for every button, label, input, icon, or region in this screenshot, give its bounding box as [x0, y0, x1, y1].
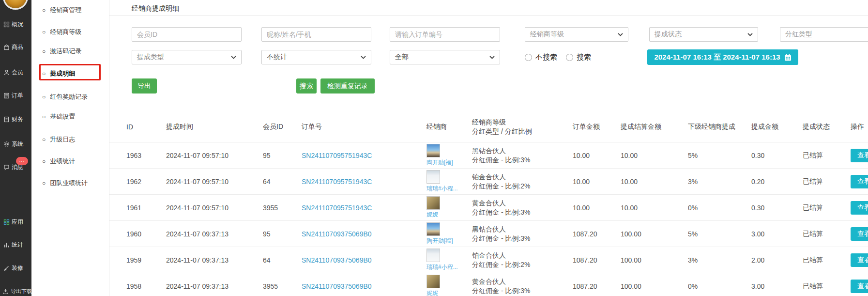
- statistic-select[interactable]: 不统计: [261, 50, 371, 64]
- order-no-link[interactable]: SN24110709375069B0: [302, 256, 372, 264]
- dealer-name-link[interactable]: 妮妮: [426, 211, 438, 219]
- header-id: ID: [126, 123, 166, 131]
- submenu-item-activation-code-records[interactable]: ○ 激活码记录: [42, 47, 81, 56]
- rail-item-members[interactable]: 会员: [3, 68, 23, 76]
- header-sub-commission: 下级经销商提成: [688, 123, 751, 131]
- submenu-item-team-performance-statistics[interactable]: ○ 团队业绩统计: [42, 179, 88, 187]
- view-button[interactable]: 查看: [851, 227, 868, 241]
- row-time: 2024-11-07 09:57:10: [166, 178, 263, 186]
- dealer-avatar[interactable]: [426, 249, 440, 262]
- dealer-name-link[interactable]: 陶开勋[福]: [426, 158, 453, 167]
- row-commission: 0.30: [751, 152, 803, 159]
- chevron-down-icon: [231, 56, 236, 59]
- rail-item-decoration[interactable]: 装修: [3, 264, 23, 272]
- order-no-link[interactable]: SN24110709375069B0: [302, 230, 372, 238]
- rail-item-finance[interactable]: 财务: [3, 115, 23, 123]
- dealer-avatar[interactable]: [426, 144, 440, 157]
- submenu-item-red-packet-reward-records[interactable]: ○ 红包奖励记录: [42, 93, 88, 101]
- rail-item-system[interactable]: 系统: [3, 140, 23, 148]
- row-member-id: 95: [263, 230, 302, 238]
- rail-item-overview[interactable]: 概况: [3, 20, 23, 28]
- dealer-level-select[interactable]: 经销商等级: [525, 27, 628, 42]
- circle-icon: ○: [42, 113, 46, 120]
- dividend-type-select[interactable]: 分红类型: [780, 27, 868, 42]
- row-id: 1961: [126, 204, 166, 212]
- commission-type-select[interactable]: 提成类型: [132, 50, 242, 64]
- view-button[interactable]: 查看: [851, 253, 868, 267]
- rail-item-statistics[interactable]: 统计: [3, 241, 23, 249]
- order-no-link[interactable]: SN241107095751943C: [302, 152, 372, 159]
- rail-item-goods[interactable]: 商品: [3, 43, 23, 51]
- nickname-input[interactable]: [267, 31, 366, 38]
- row-sub-rate: 3%: [688, 256, 751, 264]
- finance-icon: [3, 116, 10, 123]
- dealer-name-link[interactable]: 陶开勋[福]: [426, 237, 453, 245]
- dealer-cell: 妮妮: [426, 195, 472, 220]
- row-commission: 3.00: [751, 230, 803, 238]
- commission-status-select[interactable]: 提成状态: [649, 27, 758, 42]
- row-member-id: 64: [263, 178, 302, 186]
- submenu: ○ 经销商管理 ○ 经销商等级 ○ 激活码记录 ○ 提成明细 ○ 红包奖励记录 …: [31, 0, 109, 296]
- check-duplicates-button[interactable]: 检测重复记录: [320, 78, 375, 93]
- view-button[interactable]: 查看: [851, 201, 868, 215]
- row-member-id: 3955: [263, 204, 302, 212]
- row-id: 1959: [126, 256, 166, 264]
- dealer-cell: 瑞瑞#小程...: [426, 247, 472, 273]
- header-commission: 提成金额: [751, 123, 803, 131]
- table-row: 1963 2024-11-07 09:57:10 95 SN2411070957…: [109, 142, 868, 169]
- status-badge: 已结算: [803, 256, 851, 265]
- rail-item-apps[interactable]: 应用: [3, 218, 23, 226]
- order-no-link[interactable]: SN241107095751943C: [302, 178, 372, 186]
- dealer-name-link[interactable]: 瑞瑞#小程...: [426, 185, 458, 193]
- circle-icon: ○: [42, 7, 46, 14]
- shop-avatar[interactable]: [3, 0, 28, 10]
- rail-item-orders[interactable]: 订单: [3, 92, 23, 99]
- dealer-level: 黄金合伙人: [472, 277, 573, 286]
- date-range-button[interactable]: 2024-11-07 16:13 至 2024-11-07 16:13: [647, 49, 798, 65]
- level-cell: 黄金合伙人 分红佣金 - 比例:3%: [472, 277, 573, 296]
- export-button[interactable]: 导出: [132, 78, 157, 93]
- dealer-avatar[interactable]: [426, 275, 440, 288]
- submenu-item-basic-settings[interactable]: ○ 基础设置: [42, 112, 75, 121]
- order-no-link[interactable]: SN24110709375069B0: [302, 282, 372, 290]
- dealer-avatar[interactable]: [426, 222, 440, 236]
- page-title: 经销商提成明细: [132, 4, 179, 13]
- radio-search[interactable]: 搜索: [566, 53, 591, 62]
- row-sub-rate: 3%: [688, 178, 751, 186]
- table-header-row: ID 提成时间 会员ID 订单号 经销商 经销商等级 分红类型 / 分红比例 订…: [109, 111, 868, 142]
- circle-icon: ○: [42, 158, 46, 165]
- submenu-item-upgrade-logs[interactable]: ○ 升级日志: [42, 135, 75, 144]
- header-order-no: 订单号: [302, 123, 426, 131]
- radio-circle-icon: [566, 54, 573, 61]
- scope-select[interactable]: 全部: [390, 50, 500, 64]
- gear-icon: [3, 141, 10, 147]
- dealer-name-link[interactable]: 瑞瑞#小程...: [426, 263, 458, 271]
- dealer-name-link[interactable]: 妮妮: [426, 289, 438, 296]
- row-order-amount: 1087.20: [573, 256, 621, 264]
- dealer-avatar[interactable]: [426, 170, 440, 184]
- row-commission: 0.30: [751, 204, 803, 212]
- view-button[interactable]: 查看: [851, 149, 868, 162]
- view-button[interactable]: 查看: [851, 280, 868, 293]
- rail-item-export-download[interactable]: 导出下载: [2, 287, 32, 295]
- row-time: 2024-11-07 09:37:13: [166, 256, 263, 264]
- dashboard-icon: [3, 21, 10, 28]
- submenu-item-dealer-management[interactable]: ○ 经销商管理: [42, 6, 81, 15]
- submenu-item-dealer-levels[interactable]: ○ 经销商等级: [42, 28, 81, 36]
- radio-no-search[interactable]: 不搜索: [525, 53, 557, 62]
- submenu-item-commission-details[interactable]: ○ 提成明细: [42, 69, 75, 78]
- view-button[interactable]: 查看: [851, 175, 868, 188]
- order-no-input[interactable]: [395, 31, 495, 38]
- rail-item-messages[interactable]: 消息 ...: [3, 163, 23, 171]
- member-id-input[interactable]: [137, 31, 236, 38]
- row-commission: 3.00: [751, 282, 803, 290]
- level-cell: 黄金合伙人 分红佣金 - 比例:3%: [472, 199, 573, 217]
- order-no-link[interactable]: SN241107095751943C: [302, 204, 372, 212]
- dealer-cell: 陶开勋[福]: [426, 221, 472, 247]
- row-sub-rate: 5%: [688, 152, 751, 159]
- submenu-item-performance-statistics[interactable]: ○ 业绩统计: [42, 157, 75, 166]
- dealer-avatar[interactable]: [426, 196, 440, 210]
- circle-icon: ○: [42, 48, 46, 55]
- row-time: 2024-11-07 09:57:10: [166, 204, 263, 212]
- search-button[interactable]: 搜索: [296, 78, 317, 93]
